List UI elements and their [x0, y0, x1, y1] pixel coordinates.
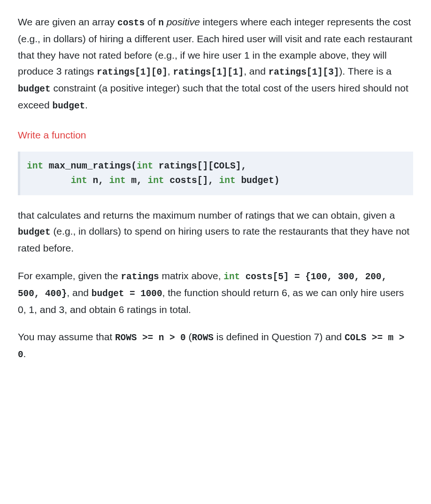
text: We are given an array — [18, 16, 117, 27]
keyword-int: int — [27, 161, 43, 171]
paragraph-1: We are given an array costs of n positiv… — [18, 14, 413, 114]
section-heading: Write a function — [18, 127, 413, 144]
code-text: n, — [87, 176, 109, 186]
code-text: ratings[][COLS], — [153, 161, 246, 171]
keyword-int: int — [147, 176, 164, 186]
text: (e.g., in dollars) to spend on hiring us… — [18, 226, 409, 253]
function-signature-block: int max_num_ratings(int ratings[][COLS],… — [18, 152, 413, 195]
code-rows: ROWS — [192, 333, 214, 343]
text: You may assume that — [18, 331, 115, 342]
code-text: costs[], — [164, 176, 219, 186]
code-ratings-1-1: ratings[1][1] — [173, 67, 244, 77]
code-ratings-1-3: ratings[1][3] — [269, 67, 339, 77]
code-budget-value: budget = 1000 — [92, 289, 162, 299]
keyword-int: int — [137, 161, 153, 171]
code-ratings-1-0: ratings[1][0] — [97, 67, 168, 77]
code-indent — [27, 176, 71, 186]
text: , — [168, 66, 173, 76]
text: matrix above, — [159, 270, 224, 281]
keyword-int: int — [71, 176, 87, 186]
code-text: budget) — [236, 176, 280, 186]
paragraph-4: You may assume that ROWS >= n > 0 (ROWS … — [18, 329, 413, 363]
paragraph-3: For example, given the ratings matrix ab… — [18, 268, 413, 318]
text: of — [145, 16, 158, 27]
keyword-int: int — [223, 272, 240, 282]
text: , and — [67, 287, 92, 298]
code-budget: budget — [18, 227, 51, 237]
text: ). There is a — [339, 66, 392, 76]
code-rows-constraint: ROWS >= n > 0 — [115, 333, 186, 343]
keyword-int: int — [109, 176, 126, 186]
text: is defined in Question 7) and — [214, 331, 345, 342]
emphasis-positive: positive — [167, 16, 200, 27]
code-costs: costs — [117, 18, 145, 28]
text: For example, given the — [18, 270, 121, 281]
keyword-int: int — [219, 176, 236, 186]
text: , and — [244, 66, 269, 76]
code-n: n — [158, 18, 164, 28]
code-text: m, — [126, 176, 148, 186]
text: . — [85, 99, 88, 110]
code-text: max_num_ratings( — [43, 161, 137, 171]
code-ratings: ratings — [121, 272, 159, 282]
code-budget: budget — [18, 84, 51, 94]
text: ( — [186, 331, 192, 342]
code-budget-2: budget — [53, 101, 85, 111]
text: that calculates and returns the maximum … — [18, 210, 395, 221]
paragraph-2: that calculates and returns the maximum … — [18, 207, 413, 257]
text: . — [23, 348, 26, 359]
